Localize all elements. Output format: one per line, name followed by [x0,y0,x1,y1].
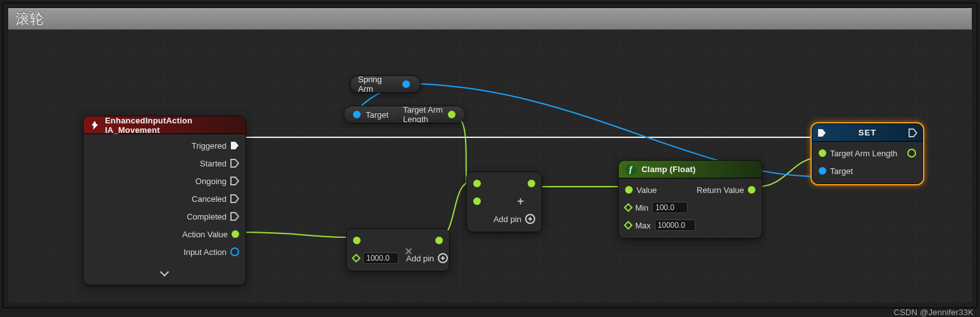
pin-targetarmlength-in[interactable] [819,149,826,157]
getter-out-label: Target Arm Length [403,106,443,123]
pin-target[interactable] [819,167,826,175]
pin-icon[interactable] [232,230,239,238]
pin-in-b[interactable] [352,254,361,263]
label-completed: Completed [187,212,226,221]
plus-glyph: + [517,195,524,208]
exec-pin-icon[interactable] [230,159,239,168]
exec-pin-icon[interactable] [230,212,239,221]
variable-label: Spring Arm [358,75,397,94]
pin-max[interactable] [624,221,633,230]
node-multiply[interactable]: Add pin [346,228,450,271]
exec-started[interactable]: Started [90,156,239,171]
label-target: Target [830,166,853,176]
label-action-value: Action Value [182,230,228,239]
add-pin-label: Add pin [406,254,434,263]
exec-pin-icon[interactable] [230,141,239,150]
node-header[interactable]: EnhancedInputAction IA_Movement [84,116,245,134]
exec-triggered[interactable]: Triggered [90,138,239,153]
label-started: Started [200,159,226,168]
pin-out[interactable] [435,237,443,244]
label-min: Min [635,203,648,213]
node-title: EnhancedInputAction IA_Movement [105,116,239,135]
pin-targetarmlength-out[interactable] [907,149,916,158]
node-add[interactable]: + Add pin [466,171,542,232]
pin-in-a[interactable] [353,237,361,244]
exec-canceled[interactable]: Canceled [90,191,239,206]
exec-out[interactable] [909,128,917,137]
comment-title[interactable]: 滚轮 [8,8,972,30]
pin-action-value[interactable]: Action Value [90,227,239,242]
label-prop: Target Arm Length [830,149,897,158]
exec-ongoing[interactable]: Ongoing [90,173,239,189]
plus-icon[interactable] [525,214,535,224]
node-header[interactable]: SET [812,124,922,142]
variable-pill-spring-arm[interactable]: Spring Arm [350,75,421,93]
add-pin-label: Add pin [493,214,521,224]
min-input[interactable] [652,202,688,213]
exec-in[interactable] [817,128,826,137]
event-icon [90,120,100,130]
comment-title-text: 滚轮 [16,9,44,28]
node-set[interactable]: SET Target Arm Length Target [812,123,923,184]
getter-target-arm-length[interactable]: Target Target Arm Length [344,106,465,123]
node-header[interactable]: f Clamp (Float) [619,161,762,178]
pin-in-target[interactable] [353,111,361,118]
pin-out-springarm[interactable] [402,80,410,88]
node-title: SET [859,128,876,137]
node-clamp[interactable]: f Clamp (Float) Value Return Value Min [618,160,762,239]
blueprint-canvas[interactable]: Spring Arm Target Target Arm Length Enha… [8,30,972,302]
getter-in-label: Target [366,110,388,120]
label-max: Max [635,221,651,230]
label-ongoing: Ongoing [195,177,226,186]
pin-icon[interactable] [230,247,239,256]
chevron-down-icon[interactable] [161,269,168,275]
function-icon: f [625,164,636,175]
label-canceled: Canceled [192,194,226,204]
pin-min[interactable] [624,203,633,212]
close-icon[interactable] [405,247,412,254]
label-triggered: Triggered [192,141,226,151]
pin-input-action[interactable]: Input Action [90,244,239,259]
exec-completed[interactable]: Completed [90,209,239,224]
pin-out-targetarmlength[interactable] [448,111,456,118]
max-input[interactable] [655,220,695,231]
label-value: Value [636,185,657,195]
pin-in-b[interactable] [473,197,481,205]
node-title: Clamp (Float) [642,165,696,174]
label-input-action: Input Action [183,247,226,257]
pin-return[interactable] [748,186,755,194]
label-return: Return Value [697,185,744,195]
exec-pin-icon[interactable] [230,177,239,185]
pin-value[interactable] [625,186,633,194]
multiply-default-input[interactable] [363,252,399,264]
plus-icon[interactable] [438,253,448,263]
pin-in-a[interactable] [473,180,481,187]
pin-out[interactable] [528,180,535,187]
watermark: CSDN @Jennifer33K [894,308,974,317]
node-enhanced-input[interactable]: EnhancedInputAction IA_Movement Triggere… [83,116,246,285]
exec-pin-icon[interactable] [230,194,239,203]
